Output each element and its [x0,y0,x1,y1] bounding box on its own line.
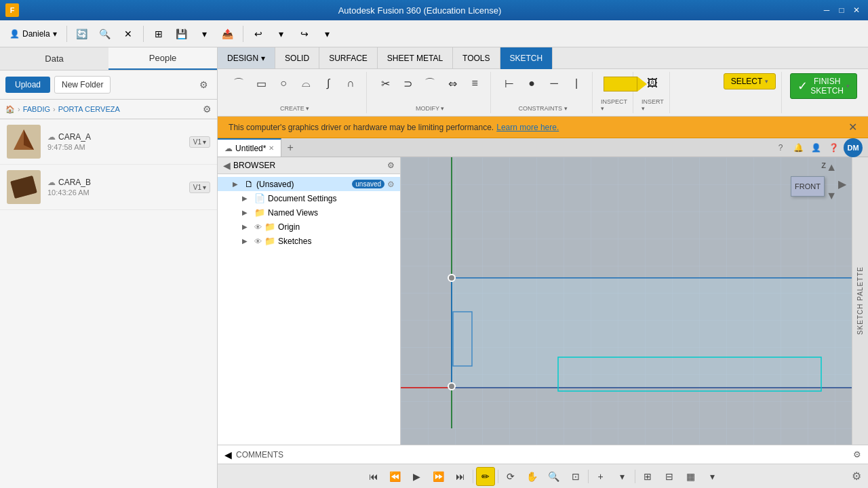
close-panel-button[interactable]: ✕ [119,24,138,43]
browser-item-sketches[interactable]: ▶ 👁 📁 Sketches [218,234,400,248]
help-docs-button[interactable]: ❓ [826,140,841,155]
checkmark-icon: ✓ [797,79,808,94]
rect-tool-button[interactable]: ▭ [251,73,271,94]
finish-sketch-button[interactable]: ✓ FINISH SKETCH ▾ [790,73,857,99]
doc-tab-untitled[interactable]: ☁ Untitled* ✕ [218,138,281,157]
tab-tools[interactable]: TOOLS [453,47,500,69]
refresh-button[interactable]: 🔄 [73,24,92,43]
visual-style-button[interactable]: ▦ [682,467,701,486]
tab-solid[interactable]: SOLID [275,47,319,69]
export-button[interactable]: 📤 [218,24,237,43]
tab-sketch[interactable]: SKETCH [500,47,553,69]
playback-play-button[interactable]: ▶ [408,467,427,486]
zoom-dropdown[interactable]: ▾ [613,467,632,486]
breadcrumb-porta-cerveza[interactable]: PORTA CERVEZA [58,105,120,113]
bottom-sep-2 [498,470,498,483]
tab-sheet-metal[interactable]: SHEET METAL [378,47,453,69]
sketch-mode-indicator[interactable]: ✏ [476,467,495,486]
version-badge-cara-b[interactable]: V1 ▾ [189,182,210,193]
design-dropdown-button[interactable]: DESIGN ▾ [218,47,275,68]
notification-bell-button[interactable]: 🔔 [791,140,806,155]
maximize-button[interactable]: □ [835,4,848,16]
canvas-viewport[interactable]: FRONT Z ▲ ▶ ▼ [401,157,852,445]
playback-end-button[interactable]: ⏭ [451,467,470,486]
user-avatar[interactable]: DM [844,138,863,157]
fillet-tool-button[interactable]: ⌒ [420,73,440,94]
grid-settings-button[interactable]: ⊟ [660,467,679,486]
playback-start-button[interactable]: ⏮ [364,467,383,486]
browser-item-document-settings[interactable]: ▶ 📄 Document Settings [218,191,400,205]
comments-collapse-button[interactable]: ◀ [224,449,232,460]
file-item-cara-a[interactable]: ☁ CARA_A 9:47:58 AM V1 ▾ [0,119,217,165]
view-nav-down[interactable]: ▼ [826,190,837,202]
trim-tool-button[interactable]: ✂ [375,73,395,94]
close-button[interactable]: ✕ [850,4,863,16]
doc-tab-close-button[interactable]: ✕ [269,144,274,152]
dimension-tool-button[interactable]: ⊢ [499,73,519,94]
browser-title: BROWSER [233,161,384,170]
version-badge-cara-a[interactable]: V1 ▾ [189,136,210,148]
breadcrumb-fabdig[interactable]: FABDIG [23,105,50,113]
browser-eye-sketches[interactable]: 👁 [254,237,262,245]
save-button[interactable]: 💾 [172,24,191,43]
notification-link[interactable]: Learn more here. [496,123,559,132]
view-nav-up[interactable]: ▲ [826,161,837,174]
account-button[interactable]: 👤 [808,140,823,155]
line-tool-button[interactable]: ⌒ [229,73,249,94]
visual-style-dropdown[interactable]: ▾ [703,467,722,486]
new-tab-button[interactable]: + [281,138,298,157]
circle-tool-button[interactable]: ○ [273,73,294,94]
breadcrumb-settings-button[interactable]: ⚙ [203,104,212,115]
coincident-tool-button[interactable]: ● [521,73,542,94]
zoom-in-button[interactable]: + [591,467,610,486]
browser-item-settings[interactable]: ⚙ [387,180,395,189]
redo-dropdown[interactable]: ▾ [318,24,337,43]
search-button[interactable]: 🔍 [96,24,115,43]
grid-view-button[interactable]: ⊞ [149,24,168,43]
pan-button[interactable]: ✋ [523,467,542,486]
cube-front-face[interactable]: FRONT [791,176,825,197]
playback-next-button[interactable]: ⏩ [429,467,448,486]
playback-prev-button[interactable]: ⏪ [386,467,405,486]
browser-eye-origin[interactable]: 👁 [254,223,262,231]
redo-button[interactable]: ↪ [295,24,314,43]
tab-people[interactable]: People [108,47,217,70]
undo-button[interactable]: ↩ [249,24,268,43]
comments-settings-button[interactable]: ⚙ [853,449,861,460]
select-button[interactable]: SELECT ▾ [724,73,776,89]
extend-tool-button[interactable]: ⊃ [397,73,418,94]
help-button[interactable]: ? [773,140,788,155]
tab-data[interactable]: Data [0,47,108,70]
conic-tool-button[interactable]: ∩ [340,73,361,94]
fit-button[interactable]: ⊡ [566,467,585,486]
undo-dropdown[interactable]: ▾ [272,24,291,43]
browser-item-named-views[interactable]: ▶ 📁 Named Views [218,205,400,220]
vertical-tool-button[interactable]: | [566,73,587,94]
orbit-button[interactable]: ⟳ [501,467,520,486]
zoom-button[interactable]: 🔍 [545,467,564,486]
browser-settings-button[interactable]: ⚙ [387,161,395,170]
file-item-cara-b[interactable]: ☁ CARA_B 10:43:26 AM V1 ▾ [0,165,217,210]
tab-surface[interactable]: SURFACE [319,47,378,69]
timeline-settings-button[interactable]: ⚙ [852,470,861,483]
spline-tool-button[interactable]: ∫ [318,73,338,94]
browser-item-origin[interactable]: ▶ 👁 📁 Origin [218,220,400,234]
breadcrumb-home[interactable]: 🏠 [5,105,15,114]
mirror-tool-button[interactable]: ⇔ [442,73,462,94]
view-nav-right[interactable]: ▶ [838,178,846,190]
notification-bar: This computer's graphics driver or hardw… [218,117,868,138]
panel-settings-button[interactable]: ⚙ [195,77,212,93]
horizontal-tool-button[interactable]: ─ [544,73,564,94]
notification-close-button[interactable]: ✕ [848,121,857,134]
offset-tool-button[interactable]: ≡ [465,73,485,94]
upload-button[interactable]: Upload [5,77,50,93]
save-dropdown[interactable]: ▾ [195,24,214,43]
new-folder-button[interactable]: New Folder [54,76,111,94]
browser-item-unsaved[interactable]: ▶ 🗋 (Unsaved) unsaved ⚙ [218,177,400,191]
browser-collapse-button[interactable]: ◀ [223,160,231,171]
arc-tool-button[interactable]: ⌓ [296,73,316,94]
app-title: Autodesk Fusion 360 (Education License) [338,5,502,16]
user-menu-button[interactable]: 👤 Daniela ▾ [5,28,61,40]
minimize-button[interactable]: ─ [821,4,833,16]
display-settings-button[interactable]: ⊞ [638,467,657,486]
